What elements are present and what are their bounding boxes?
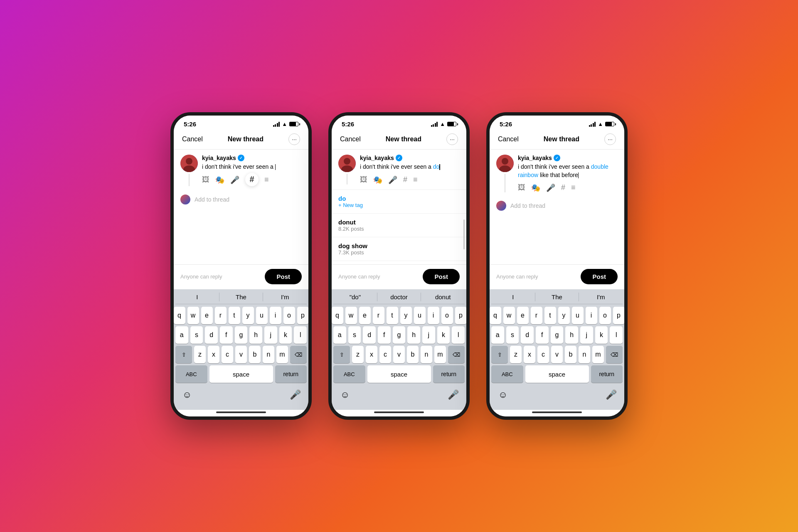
key-q-1[interactable]: q	[174, 307, 185, 324]
key-r-1[interactable]: r	[215, 307, 227, 324]
key-g-1[interactable]: g	[235, 326, 248, 344]
key-a-1[interactable]: a	[175, 326, 188, 344]
key-e-2[interactable]: e	[359, 307, 371, 324]
menu-icon-2[interactable]: ≡	[413, 175, 418, 185]
key-x-3[interactable]: x	[524, 346, 535, 363]
key-abc-1[interactable]: ABC	[175, 365, 207, 383]
key-t-2[interactable]: t	[387, 307, 398, 324]
predictive-item-1-2[interactable]: I'm	[263, 293, 307, 301]
gif-icon-2[interactable]: 🎭	[373, 175, 382, 185]
key-k-2[interactable]: k	[437, 326, 450, 344]
key-p-1[interactable]: p	[297, 307, 309, 324]
key-m-2[interactable]: m	[434, 346, 446, 363]
key-j-3[interactable]: j	[580, 326, 593, 344]
autocomplete-item-doublefeature[interactable]: double feature 4.3K posts	[332, 261, 466, 264]
key-t-3[interactable]: t	[544, 307, 556, 324]
key-space-3[interactable]: space	[525, 365, 589, 383]
key-q-2[interactable]: q	[332, 307, 343, 324]
key-g-3[interactable]: g	[551, 326, 564, 344]
key-w-1[interactable]: w	[187, 307, 199, 324]
key-v-3[interactable]: v	[551, 346, 563, 363]
key-r-3[interactable]: r	[531, 307, 542, 324]
predictive-item-2-2[interactable]: donut	[421, 293, 465, 301]
key-f-3[interactable]: f	[536, 326, 549, 344]
compose-content-3[interactable]: kyia_kayaks ✓ i don't think i've ever se…	[518, 155, 618, 192]
key-return-3[interactable]: return	[591, 365, 623, 383]
mic-bottom-icon-1[interactable]: 🎤	[287, 387, 303, 403]
autocomplete-item-dogshow[interactable]: dog show 7.3K posts	[332, 237, 466, 261]
key-return-2[interactable]: return	[433, 365, 465, 383]
gif-icon-1[interactable]: 🎭	[215, 175, 224, 186]
key-shift-1[interactable]: ⇧	[175, 346, 192, 363]
key-d-3[interactable]: d	[521, 326, 534, 344]
key-y-1[interactable]: y	[242, 307, 254, 324]
mic-icon-1[interactable]: 🎤	[230, 175, 239, 186]
predictive-item-1-1[interactable]: The	[219, 293, 264, 301]
key-f-2[interactable]: f	[378, 326, 391, 344]
predictive-item-2-0[interactable]: "do"	[333, 293, 377, 301]
key-space-1[interactable]: space	[209, 365, 273, 383]
image-icon-1[interactable]: 🖼	[202, 175, 209, 186]
key-z-2[interactable]: z	[352, 346, 364, 363]
key-abc-3[interactable]: ABC	[491, 365, 523, 383]
mic-bottom-icon-2[interactable]: 🎤	[445, 387, 461, 403]
key-o-3[interactable]: o	[599, 307, 611, 324]
key-u-1[interactable]: u	[256, 307, 268, 324]
add-thread-3[interactable]: Add to thread	[490, 197, 624, 214]
key-w-2[interactable]: w	[345, 307, 357, 324]
key-space-2[interactable]: space	[367, 365, 431, 383]
compose-content-2[interactable]: kyia_kayaks ✓ i don't think i've ever se…	[360, 155, 460, 185]
key-j-2[interactable]: j	[422, 326, 435, 344]
key-delete-3[interactable]: ⌫	[606, 346, 623, 363]
key-d-2[interactable]: d	[363, 326, 376, 344]
image-icon-3[interactable]: 🖼	[518, 183, 525, 192]
predictive-item-2-1[interactable]: doctor	[377, 293, 421, 301]
image-icon-2[interactable]: 🖼	[360, 175, 367, 185]
hashtag-icon-1[interactable]: #	[245, 173, 259, 186]
key-z-1[interactable]: z	[194, 346, 206, 363]
key-n-3[interactable]: n	[579, 346, 590, 363]
key-h-2[interactable]: h	[407, 326, 420, 344]
key-e-1[interactable]: e	[201, 307, 213, 324]
key-c-2[interactable]: c	[379, 346, 391, 363]
autocomplete-item-donut[interactable]: donut 8.2K posts	[332, 214, 466, 237]
key-l-3[interactable]: l	[610, 326, 623, 344]
compose-text-3[interactable]: i don't think i've ever seen a double ra…	[518, 163, 618, 179]
key-abc-2[interactable]: ABC	[333, 365, 365, 383]
key-i-1[interactable]: i	[270, 307, 281, 324]
key-k-3[interactable]: k	[595, 326, 608, 344]
post-button-2[interactable]: Post	[423, 269, 460, 284]
key-return-1[interactable]: return	[275, 365, 307, 383]
key-p-3[interactable]: p	[613, 307, 625, 324]
key-i-2[interactable]: i	[428, 307, 439, 324]
key-b-1[interactable]: b	[249, 346, 261, 363]
key-u-2[interactable]: u	[414, 307, 426, 324]
hashtag-icon-3[interactable]: #	[561, 183, 565, 192]
key-i-3[interactable]: i	[586, 307, 597, 324]
key-s-2[interactable]: s	[348, 326, 361, 344]
more-button-2[interactable]: ···	[446, 133, 458, 145]
key-v-1[interactable]: v	[235, 346, 247, 363]
key-y-2[interactable]: y	[400, 307, 412, 324]
key-h-1[interactable]: h	[249, 326, 262, 344]
compose-text-1[interactable]: i don't think i've ever seen a	[202, 163, 302, 171]
menu-icon-1[interactable]: ≡	[264, 175, 269, 186]
cancel-button-2[interactable]: Cancel	[340, 135, 361, 143]
key-e-3[interactable]: e	[517, 307, 529, 324]
key-s-1[interactable]: s	[190, 326, 203, 344]
more-button-3[interactable]: ···	[604, 133, 616, 145]
predictive-item-3-2[interactable]: I'm	[579, 293, 623, 301]
key-k-1[interactable]: k	[279, 326, 292, 344]
post-button-1[interactable]: Post	[265, 269, 302, 284]
emoji-icon-3[interactable]: ☺	[495, 387, 511, 403]
key-q-3[interactable]: q	[490, 307, 501, 324]
key-g-2[interactable]: g	[393, 326, 406, 344]
post-button-3[interactable]: Post	[581, 269, 618, 284]
key-x-2[interactable]: x	[366, 346, 377, 363]
key-c-3[interactable]: c	[537, 346, 549, 363]
menu-icon-3[interactable]: ≡	[571, 183, 576, 192]
key-r-2[interactable]: r	[373, 307, 384, 324]
key-p-2[interactable]: p	[455, 307, 467, 324]
more-button-1[interactable]: ···	[288, 133, 300, 145]
key-c-1[interactable]: c	[222, 346, 233, 363]
